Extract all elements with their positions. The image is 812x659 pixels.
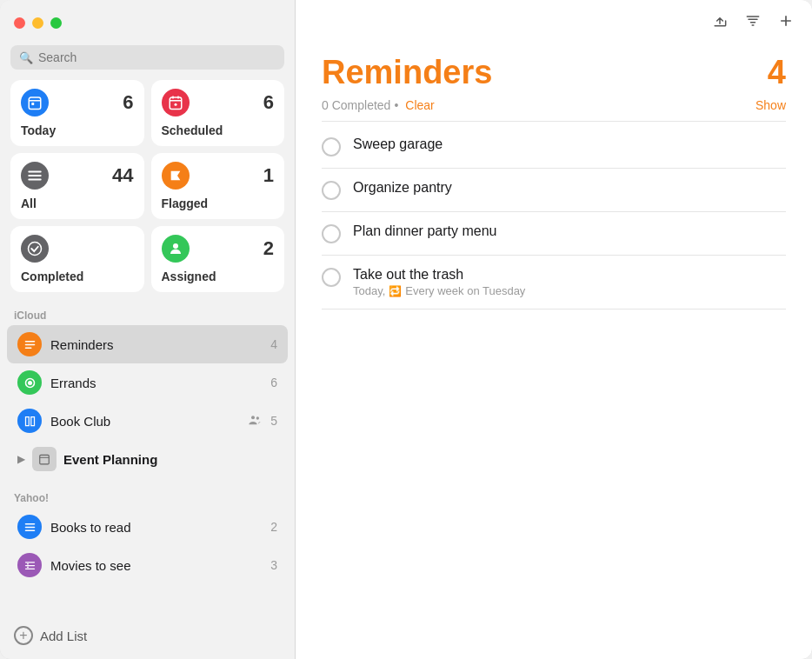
assigned-label: Assigned	[162, 270, 275, 283]
chevron-right-icon: ▶	[17, 453, 25, 465]
reminders-list-name: Reminders	[50, 337, 262, 352]
movies-list-name: Movies to see	[50, 558, 262, 573]
yahoo-section-label: Yahoo!	[0, 485, 295, 508]
sidebar: 🔍 6 Today 6	[0, 0, 296, 659]
reminder-circle-trash[interactable]	[322, 268, 341, 287]
close-button[interactable]	[14, 17, 25, 29]
list-item-movies[interactable]: Movies to see 3	[7, 546, 288, 584]
event-planning-name: Event Planning	[63, 452, 157, 467]
reminder-circle-sweep[interactable]	[322, 137, 341, 156]
svg-rect-0	[29, 97, 41, 110]
reminders-list-icon	[17, 332, 42, 356]
reminder-item-dinner: Plan dinner party menu	[322, 212, 786, 256]
svg-point-12	[251, 416, 255, 419]
svg-point-13	[256, 416, 259, 419]
add-list-label: Add List	[40, 629, 87, 643]
flagged-label: Flagged	[162, 196, 275, 210]
svg-point-17	[27, 566, 29, 568]
scheduled-icon	[162, 89, 190, 116]
icloud-section-label: iCloud	[0, 303, 295, 325]
completed-icon	[21, 235, 49, 263]
add-list-circle-icon: +	[14, 626, 33, 645]
list-item-errands[interactable]: Errands 6	[7, 363, 288, 402]
list-item-books[interactable]: Books to read 2	[7, 508, 288, 546]
titlebar	[0, 0, 295, 45]
reminder-text-sweep: Sweep garage	[353, 136, 786, 152]
add-list-button[interactable]: + Add List	[0, 617, 295, 659]
all-label: All	[21, 196, 134, 210]
reminder-item-sweep: Sweep garage	[322, 125, 786, 169]
reminder-text-dinner: Plan dinner party menu	[353, 223, 786, 239]
svg-point-7	[174, 103, 176, 106]
add-reminder-icon[interactable]	[777, 12, 795, 34]
smart-list-today[interactable]: 6 Today	[10, 80, 144, 146]
shared-icon	[248, 413, 262, 429]
errands-list-name: Errands	[50, 376, 262, 390]
reminder-text-pantry: Organize pantry	[353, 180, 786, 196]
reminder-title-sweep: Sweep garage	[353, 136, 786, 152]
flagged-count: 1	[263, 164, 274, 187]
books-list-count: 2	[270, 520, 277, 534]
reminder-title-pantry: Organize pantry	[353, 180, 786, 196]
reminder-recurrence-trash: Every week on Tuesday	[405, 284, 525, 297]
completed-text: 0 Completed	[322, 98, 390, 112]
today-count: 6	[123, 91, 133, 114]
toolbar	[296, 0, 812, 45]
today-label: Today	[21, 123, 134, 137]
today-icon	[21, 89, 49, 116]
svg-point-9	[173, 243, 178, 249]
clear-button[interactable]: Clear	[405, 98, 434, 112]
main-content: Reminders 4 0 Completed • Clear Show Swe…	[296, 0, 812, 659]
scheduled-label: Scheduled	[162, 123, 275, 137]
search-icon: 🔍	[19, 51, 33, 64]
reminder-subtitle-trash: Today, 🔁 Every week on Tuesday	[353, 284, 786, 297]
bookclub-list-count: 5	[270, 414, 277, 428]
flagged-icon	[162, 162, 190, 190]
all-icon	[21, 162, 49, 190]
list-item-reminders[interactable]: Reminders 4	[7, 325, 288, 363]
bookclub-list-name: Book Club	[50, 414, 239, 429]
svg-point-8	[29, 243, 42, 256]
search-bar[interactable]: 🔍	[10, 45, 284, 70]
smart-list-assigned[interactable]: 2 Assigned	[151, 226, 285, 292]
reminder-title-trash: Take out the trash	[353, 267, 786, 283]
reminder-circle-pantry[interactable]	[322, 181, 341, 200]
smart-list-completed[interactable]: Completed	[10, 226, 144, 292]
smart-list-flagged[interactable]: 1 Flagged	[151, 153, 285, 219]
bookclub-list-icon	[17, 409, 42, 433]
reminder-circle-dinner[interactable]	[322, 224, 341, 243]
group-event-planning[interactable]: ▶ Event Planning	[7, 440, 288, 478]
app-window: 🔍 6 Today 6	[0, 0, 812, 659]
reminders-list-count: 4	[270, 337, 277, 351]
share-icon[interactable]	[711, 12, 729, 34]
reminders-heading: Reminders 4	[322, 54, 786, 91]
reminders-total-count: 4	[768, 54, 786, 91]
reminder-date-trash: Today,	[353, 284, 385, 297]
reminder-item-trash: Take out the trash Today, 🔁 Every week o…	[322, 256, 786, 310]
smart-lists-grid: 6 Today 6 Scheduled	[0, 80, 295, 303]
reminder-title-dinner: Plan dinner party menu	[353, 223, 786, 239]
filter-icon[interactable]	[744, 12, 762, 34]
list-item-bookclub[interactable]: Book Club 5	[7, 402, 288, 440]
errands-list-count: 6	[270, 376, 277, 389]
svg-point-16	[27, 562, 29, 564]
smart-list-all[interactable]: 44 All	[10, 153, 144, 219]
maximize-button[interactable]	[50, 17, 62, 29]
minimize-button[interactable]	[32, 17, 43, 29]
all-count: 44	[112, 164, 133, 187]
books-list-name: Books to read	[50, 520, 262, 535]
search-input[interactable]	[38, 50, 276, 64]
repeat-icon: 🔁	[389, 285, 402, 297]
completed-bar: 0 Completed • Clear Show	[322, 98, 786, 122]
assigned-count: 2	[263, 237, 274, 260]
main-body: Reminders 4 0 Completed • Clear Show Swe…	[296, 45, 812, 659]
movies-list-count: 3	[270, 558, 277, 572]
reminder-text-trash: Take out the trash Today, 🔁 Every week o…	[353, 267, 786, 297]
smart-list-scheduled[interactable]: 6 Scheduled	[151, 80, 285, 146]
assigned-icon	[162, 235, 190, 263]
dot-separator: •	[394, 98, 398, 112]
reminder-item-pantry: Organize pantry	[322, 169, 786, 212]
show-button[interactable]: Show	[755, 98, 786, 112]
movies-list-icon	[17, 553, 42, 577]
scheduled-count: 6	[263, 91, 274, 114]
